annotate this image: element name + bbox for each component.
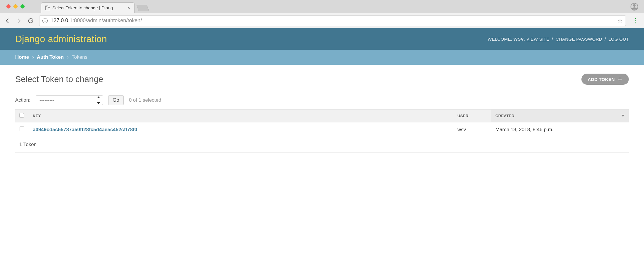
browser-menu-icon[interactable]: ⋮: [631, 18, 640, 24]
page-head: Select Token to change ADD TOKEN: [15, 74, 629, 85]
row-created: March 13, 2018, 8:46 p.m.: [491, 122, 629, 137]
col-header-created[interactable]: CREATED: [491, 110, 629, 122]
user-tools: WELCOME, WSV. VIEW SITE / CHANGE PASSWOR…: [488, 37, 629, 41]
site-title: Django administration: [15, 34, 107, 44]
maximize-window-icon[interactable]: [20, 4, 25, 8]
result-table: KEY USER CREATED a0949cd5c55787a50ff28fc…: [15, 109, 629, 137]
view-site-link[interactable]: VIEW SITE: [526, 37, 550, 42]
go-button[interactable]: Go: [108, 95, 124, 105]
chevron-down-icon: [621, 115, 625, 117]
action-select[interactable]: ---------: [36, 95, 103, 105]
col-header-user[interactable]: USER: [453, 110, 491, 122]
site-info-icon[interactable]: i: [42, 18, 48, 23]
breadcrumb-current: Tokens: [72, 54, 87, 60]
welcome-label: WELCOME,: [488, 37, 512, 41]
window-controls: [4, 4, 27, 8]
browser-toolbar: i 127.0.0.1:8000/admin/authtoken/token/ …: [0, 13, 644, 28]
token-key-link[interactable]: a0949cd5c55787a50ff28fc5d4ae5c452cff78f0: [33, 127, 137, 132]
row-user: wsv: [453, 122, 491, 137]
tab-title: Select Token to change | Djang: [52, 5, 125, 10]
paginator: 1 Token: [15, 137, 629, 153]
svg-point-0: [633, 4, 636, 7]
username: WSV: [514, 37, 524, 41]
actions-bar: Action: --------- Go 0 of 1 selected: [15, 95, 629, 105]
browser-chrome: Select Token to change | Djang × i 127.0…: [0, 0, 644, 28]
tab-strip: Select Token to change | Djang ×: [0, 0, 644, 13]
change-password-link[interactable]: CHANGE PASSWORD: [556, 37, 602, 42]
table-row: a0949cd5c55787a50ff28fc5d4ae5c452cff78f0…: [15, 122, 629, 137]
reload-button[interactable]: [27, 18, 34, 24]
page-icon: [45, 6, 50, 10]
action-label: Action:: [15, 97, 30, 103]
page-title: Select Token to change: [15, 74, 103, 84]
close-window-icon[interactable]: [6, 4, 11, 8]
admin-header: Django administration WELCOME, WSV. VIEW…: [0, 28, 644, 50]
forward-button[interactable]: [16, 18, 22, 24]
select-all-checkbox[interactable]: [19, 113, 24, 118]
minimize-window-icon[interactable]: [13, 4, 18, 8]
url-text: 127.0.0.1:8000/admin/authtoken/token/: [51, 18, 614, 24]
breadcrumb: Home › Auth Token › Tokens: [0, 50, 644, 65]
close-tab-icon[interactable]: ×: [128, 6, 130, 10]
col-header-key[interactable]: KEY: [29, 110, 453, 122]
back-button[interactable]: [4, 18, 11, 24]
action-select-wrap: ---------: [36, 95, 103, 105]
breadcrumb-app[interactable]: Auth Token: [37, 54, 64, 60]
row-checkbox[interactable]: [20, 126, 24, 131]
log-out-link[interactable]: LOG OUT: [608, 37, 629, 42]
address-bar[interactable]: i 127.0.0.1:8000/admin/authtoken/token/ …: [39, 15, 626, 26]
bookmark-icon[interactable]: ☆: [617, 17, 623, 24]
selection-count: 0 of 1 selected: [129, 97, 161, 103]
browser-tab[interactable]: Select Token to change | Djang ×: [41, 2, 135, 13]
col-header-checkbox: [15, 110, 29, 122]
plus-icon: [618, 77, 622, 82]
new-tab-button[interactable]: [136, 5, 149, 11]
add-token-button[interactable]: ADD TOKEN: [581, 74, 629, 85]
breadcrumb-home[interactable]: Home: [15, 54, 29, 60]
profile-icon[interactable]: [631, 3, 638, 11]
content: Select Token to change ADD TOKEN Action:…: [0, 65, 644, 161]
add-button-label: ADD TOKEN: [588, 77, 615, 82]
